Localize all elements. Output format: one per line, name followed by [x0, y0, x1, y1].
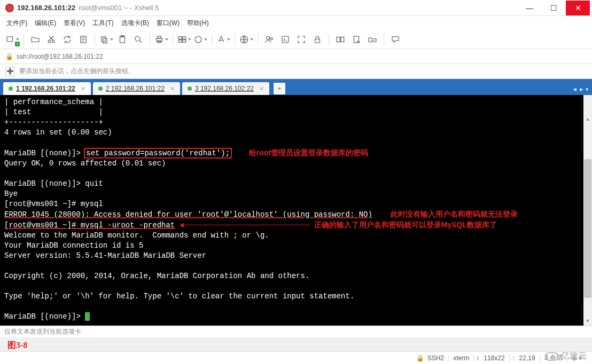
- svg-rect-23: [341, 37, 344, 42]
- svg-point-2: [52, 40, 55, 43]
- statusbar: 🔒 SSH2 xterm ↕118x22 ⸽22,19 3 会话 ⊕ ▾: [0, 351, 592, 364]
- hint-text: 要添加当前会话，点击左侧的箭头按钮。: [19, 67, 135, 76]
- annotation-success: 正确的输入了用户名和密码就可以登录MySQL数据库了: [314, 220, 497, 229]
- compose-bar[interactable]: 仅将文本发送到当前选项卡: [0, 326, 592, 337]
- addressbar[interactable]: 🔒 ssh://root@192.168.26.101:22: [0, 49, 592, 64]
- scroll-down-icon[interactable]: ▼: [583, 317, 592, 326]
- status-protocol: SSH2: [427, 354, 444, 362]
- open-button[interactable]: [28, 33, 42, 46]
- paste-button[interactable]: [115, 33, 129, 46]
- properties-button[interactable]: [76, 33, 90, 46]
- xftp-button[interactable]: [365, 33, 379, 46]
- separator: [258, 34, 258, 45]
- window-subtitle: root@vms001:~ - Xshell 5: [79, 4, 159, 12]
- separator: [95, 34, 95, 45]
- separator: [384, 34, 384, 45]
- add-tab-button[interactable]: +: [274, 83, 285, 94]
- find-button[interactable]: [131, 33, 145, 46]
- watermark-text: 亿速云: [561, 351, 587, 362]
- encoding-button[interactable]: [239, 33, 253, 46]
- cut-button[interactable]: [44, 33, 58, 46]
- scrollbar[interactable]: ▲ ▼: [583, 95, 592, 326]
- app-icon: [5, 4, 14, 12]
- compose-hint: 仅将文本发送到当前选项卡: [4, 328, 81, 335]
- status-size: 118x22: [484, 354, 504, 362]
- menu-window[interactable]: 窗口(W): [157, 19, 180, 28]
- print-button[interactable]: [154, 33, 168, 46]
- svg-point-25: [357, 41, 360, 43]
- reconnect-button[interactable]: [60, 33, 74, 46]
- menu-help[interactable]: 帮助(H): [187, 19, 209, 28]
- tab-close-icon[interactable]: ✕: [259, 85, 264, 92]
- tab-3[interactable]: 3 192.168.26.102:22 ✕: [182, 82, 269, 95]
- tab-2[interactable]: 2 192.168.26.101:22 ✕: [93, 82, 180, 95]
- svg-point-8: [135, 36, 140, 41]
- maximize-button[interactable]: ☐: [542, 1, 566, 15]
- sessions-button[interactable]: [177, 33, 191, 46]
- menu-file[interactable]: 文件(F): [6, 19, 27, 28]
- status-dot-icon: [188, 86, 192, 91]
- new-session-button[interactable]: +: [5, 33, 19, 46]
- address-text: ssh://root@192.168.26.101:22: [17, 53, 103, 60]
- copy-button[interactable]: [99, 33, 113, 46]
- svg-rect-12: [178, 36, 182, 39]
- menu-tabs[interactable]: 选项卡(B): [121, 19, 149, 28]
- cursor: [85, 312, 90, 321]
- svg-rect-15: [183, 39, 186, 42]
- tab-1[interactable]: 1 192.168.26.101:22 ✕: [3, 82, 91, 95]
- chat-button[interactable]: [388, 33, 402, 46]
- tab-label: 1 192.168.26.101:22: [16, 85, 75, 92]
- lock-button[interactable]: [310, 33, 324, 46]
- separator: [150, 34, 150, 45]
- tab-menu-icon[interactable]: ▾: [586, 86, 589, 93]
- minimize-button[interactable]: —: [518, 1, 542, 15]
- cloud-icon: [545, 352, 559, 361]
- separator: [24, 34, 24, 45]
- lock-icon: 🔒: [5, 53, 13, 60]
- watermark: 亿速云: [545, 351, 587, 362]
- svg-point-19: [270, 37, 273, 40]
- script-button[interactable]: [278, 33, 292, 46]
- terminal[interactable]: | performance_schema | | test | +-------…: [0, 95, 592, 326]
- tab-close-icon[interactable]: ✕: [81, 85, 85, 92]
- font-button[interactable]: [216, 33, 230, 46]
- svg-rect-5: [103, 38, 107, 43]
- menu-edit[interactable]: 编辑(E): [35, 19, 56, 28]
- svg-rect-13: [183, 36, 186, 39]
- separator: [173, 34, 173, 45]
- transfer-button[interactable]: [333, 33, 347, 46]
- lock-small-icon: 🔒: [416, 354, 424, 362]
- status-term: xterm: [453, 354, 469, 362]
- tab-next-icon[interactable]: ►: [579, 86, 585, 93]
- separator: [212, 34, 212, 45]
- svg-rect-10: [158, 36, 161, 38]
- users-button[interactable]: [262, 33, 276, 46]
- menu-tools[interactable]: 工具(T): [92, 19, 113, 28]
- annotation-error: 此时没有输入用户名和密码就无法登录: [391, 210, 518, 218]
- color-button[interactable]: [193, 33, 207, 46]
- svg-point-16: [195, 36, 201, 43]
- tabbar: 1 192.168.26.101:22 ✕ 2 192.168.26.101:2…: [0, 79, 592, 95]
- tab-prev-icon[interactable]: ◄: [572, 86, 578, 93]
- tab-label: 3 192.168.26.102:22: [195, 85, 254, 92]
- arrow-annotation: ◄────────────────────────────: [180, 221, 310, 230]
- add-session-button[interactable]: ➕: [5, 67, 15, 76]
- window-controls: — ☐ ✕: [518, 1, 590, 15]
- svg-rect-4: [102, 36, 106, 41]
- menubar: 文件(F) 编辑(E) 查看(V) 工具(T) 选项卡(B) 窗口(W) 帮助(…: [0, 16, 592, 30]
- hintbar: ➕ 要添加当前会话，点击左侧的箭头按钮。: [0, 64, 592, 79]
- fullscreen-button[interactable]: [294, 33, 308, 46]
- scroll-up-icon[interactable]: ▲: [583, 115, 592, 124]
- new-file-button[interactable]: [349, 33, 363, 46]
- scroll-thumb[interactable]: [584, 159, 591, 298]
- close-button[interactable]: ✕: [566, 1, 590, 15]
- svg-rect-9: [157, 38, 162, 41]
- tab-label: 2 192.168.26.101:22: [106, 85, 165, 92]
- svg-rect-14: [178, 39, 182, 42]
- separator: [235, 34, 235, 45]
- status-dot-icon: [9, 86, 13, 91]
- menu-view[interactable]: 查看(V): [64, 19, 85, 28]
- tab-close-icon[interactable]: ✕: [170, 85, 175, 92]
- svg-rect-21: [315, 39, 320, 43]
- status-dot-icon: [98, 86, 103, 91]
